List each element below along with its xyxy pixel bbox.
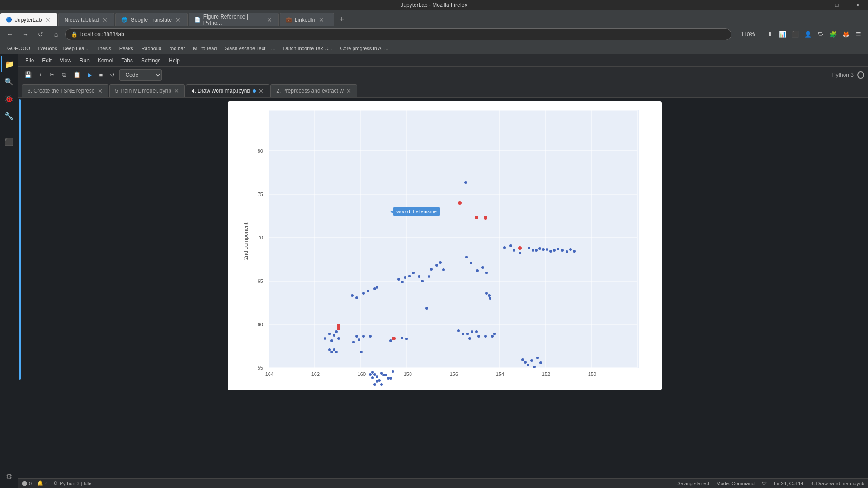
bookmark-livebook[interactable]: liveBook – Deep Lea... <box>35 43 92 53</box>
error-count: ⬤ 0 <box>22 480 32 486</box>
shield-icon[interactable]: 🛡 <box>815 28 826 40</box>
notebook-content: 55 60 65 70 75 80 -164 -162 -160 -158 -1… <box>18 98 868 478</box>
tab-close[interactable]: ✕ <box>346 88 351 94</box>
browser-tab-linkedin[interactable]: 💼 LinkedIn ✕ <box>280 13 334 26</box>
sidebar-icon-square[interactable]: ⬛ <box>1 134 17 150</box>
svg-point-103 <box>477 335 480 338</box>
url-bar[interactable]: 🔒 <box>65 28 731 40</box>
svg-point-87 <box>337 337 340 340</box>
bookmark-ml-to-read[interactable]: ML to read <box>189 43 220 53</box>
screenshot-icon[interactable]: ⬛ <box>789 28 801 40</box>
svg-point-101 <box>471 330 473 333</box>
notebook-tab-train[interactable]: 5 Train ML model.ipynb ✕ <box>109 84 185 97</box>
svg-point-130 <box>458 201 462 205</box>
notebook-tab-preprocess[interactable]: 2. Preprocess and extract w ✕ <box>270 84 357 97</box>
svg-text:75: 75 <box>258 192 263 197</box>
reload-button[interactable]: ↺ <box>34 28 47 41</box>
firefox-icon[interactable]: 🦊 <box>840 28 852 40</box>
browser-tab-new[interactable]: Nieuw tabblad ✕ <box>58 13 114 26</box>
tab-close[interactable]: ✕ <box>174 88 179 94</box>
tab-close-figure[interactable]: ✕ <box>266 16 273 23</box>
add-cell-button[interactable]: + <box>36 69 45 81</box>
restart-button[interactable]: ↺ <box>107 69 118 81</box>
browser-tab-translate[interactable]: 🌐 Google Translate ✕ <box>115 13 187 26</box>
menu-edit[interactable]: Edit <box>38 55 55 66</box>
svg-point-35 <box>367 290 369 292</box>
home-button[interactable]: ⌂ <box>50 28 62 41</box>
menu-file[interactable]: File <box>22 55 38 66</box>
sidebar-icon-debug[interactable]: 🐞 <box>1 90 17 107</box>
bookmark-thesis[interactable]: Thesis <box>93 43 114 53</box>
new-tab-button[interactable]: + <box>335 13 349 26</box>
svg-point-65 <box>535 249 538 252</box>
sidebar-icon-search[interactable]: 🔍 <box>1 73 17 89</box>
minimize-button[interactable]: − <box>806 0 826 10</box>
menu-run[interactable]: Run <box>76 55 93 66</box>
tab-favicon: 💼 <box>286 17 292 23</box>
svg-point-55 <box>485 272 488 274</box>
close-button[interactable]: ✕ <box>847 0 868 10</box>
menu-kernel[interactable]: Kernel <box>94 55 117 66</box>
tab-close[interactable]: ✕ <box>259 88 264 94</box>
saving-status: Saving started <box>677 481 709 486</box>
menu-view[interactable]: View <box>56 55 75 66</box>
svg-point-68 <box>546 248 548 251</box>
active-cell-bar <box>19 99 21 380</box>
browser-tab-jupyterlab[interactable]: 🔵 JupyterLab ✕ <box>0 13 57 26</box>
svg-point-104 <box>484 335 487 338</box>
scatter-plot[interactable]: 55 60 65 70 75 80 -164 -162 -160 -158 -1… <box>241 106 648 386</box>
bookmark-core-progress[interactable]: Core progress in AI ... <box>337 43 392 53</box>
shield-status-icon: 🛡 <box>762 481 767 486</box>
back-button[interactable]: ← <box>4 28 16 41</box>
tab-close-translate[interactable]: ✕ <box>175 16 182 23</box>
bookmark-gohooo[interactable]: GOHOOO <box>4 43 34 53</box>
cell-type-select[interactable]: Code Markdown Raw <box>119 69 162 81</box>
svg-point-106 <box>493 333 496 335</box>
svg-point-41 <box>408 275 411 277</box>
forward-button[interactable]: → <box>19 28 32 41</box>
sidebar-icon-extensions[interactable]: 🔧 <box>1 108 17 124</box>
copy-button[interactable]: ⧉ <box>59 69 69 81</box>
svg-point-45 <box>428 275 430 278</box>
tab-close-jupyterlab[interactable]: ✕ <box>44 16 52 23</box>
svg-text:80: 80 <box>258 148 263 154</box>
sidebar-icon-files[interactable]: 📁 <box>1 56 17 72</box>
kernel-status[interactable]: ⚙ Python 3 | Idle <box>53 480 91 486</box>
tab-close-new[interactable]: ✕ <box>101 16 108 23</box>
run-button[interactable]: ▶ <box>85 69 95 81</box>
pocket-icon[interactable]: 📊 <box>777 28 788 40</box>
extension-icon[interactable]: 🧩 <box>827 28 839 40</box>
account-icon[interactable]: 👤 <box>802 28 814 40</box>
tab-close-linkedin[interactable]: ✕ <box>318 16 325 23</box>
menu-settings[interactable]: Settings <box>137 55 164 66</box>
notebook-tab-tsne[interactable]: 3. Create the TSNE represe ✕ <box>22 84 108 97</box>
svg-text:60: 60 <box>258 322 263 327</box>
bookmark-dutch-tax[interactable]: Dutch Income Tax C... <box>280 43 336 53</box>
notebook-tab-draw[interactable]: 4. Draw word map.ipynb ✕ <box>186 84 269 97</box>
paste-button[interactable]: 📋 <box>71 69 83 81</box>
bookmark-peaks[interactable]: Peaks <box>116 43 137 53</box>
menu-help[interactable]: Help <box>165 55 184 66</box>
browser-tab-figure[interactable]: 📄 Figure Reference | Pytho... ✕ <box>189 13 279 26</box>
svg-point-102 <box>475 330 478 333</box>
svg-point-34 <box>362 292 365 295</box>
svg-point-57 <box>485 292 488 295</box>
svg-text:-156: -156 <box>448 371 458 377</box>
cut-button[interactable]: ✂ <box>47 69 57 81</box>
bookmarks-bar: GOHOOO liveBook – Deep Lea... Thesis Pea… <box>0 42 868 54</box>
save-button[interactable]: 💾 <box>22 69 34 81</box>
maximize-button[interactable]: □ <box>826 0 847 10</box>
menu-icon[interactable]: ☰ <box>853 28 864 40</box>
url-input[interactable] <box>80 31 726 38</box>
svg-point-40 <box>404 276 406 279</box>
stop-button[interactable]: ■ <box>97 69 106 81</box>
sidebar-icon-settings[interactable]: ⚙ <box>1 468 17 484</box>
downloads-icon[interactable]: ⬇ <box>764 28 776 40</box>
tab-close[interactable]: ✕ <box>98 88 103 94</box>
bookmark-slash-escape[interactable]: Slash-escape Text – ... <box>222 43 279 53</box>
menu-tabs[interactable]: Tabs <box>118 55 137 66</box>
svg-point-91 <box>355 335 358 338</box>
bookmark-foobar[interactable]: foo.bar <box>166 43 189 53</box>
svg-text:-164: -164 <box>264 371 274 377</box>
bookmark-radboud[interactable]: Radboud <box>137 43 165 53</box>
